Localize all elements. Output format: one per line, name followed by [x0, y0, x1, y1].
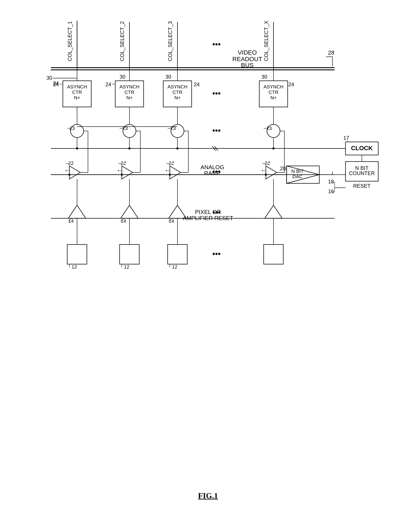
figure-label: FIG.1 [198, 491, 218, 500]
video-readout-bus-label: VIDEO [238, 49, 257, 56]
svg-point-56 [265, 173, 267, 176]
n-bit-dac-line2: DAC [293, 174, 303, 179]
asynch-ctr-3-line2: CTR [172, 89, 182, 95]
asynch-ctr-3-line1: ASYNCH [167, 84, 188, 89]
dots-3: ••• [212, 126, 221, 135]
n-bit-dac-line1: N BIT [291, 169, 303, 174]
col-select-2-label: COL_SELECT_2 [119, 21, 125, 61]
ref-30-3: 30 [165, 74, 171, 80]
plus-minus-x: +− [262, 169, 266, 173]
ref-30-1-pre: 30 [47, 75, 52, 81]
dots-6: ••• [212, 249, 221, 258]
ref-12-1: 12 [72, 264, 77, 270]
svg-marker-42 [266, 166, 277, 179]
asynch-ctr-2-line2: CTR [124, 89, 134, 95]
plus-minus-1: +− [65, 169, 70, 173]
asynch-ctr-2-line1: ASYNCH [119, 84, 140, 89]
ref-18: 18 [328, 179, 334, 184]
ref-28: 28 [328, 49, 334, 56]
svg-point-52 [121, 173, 123, 176]
ref-12-3: 12 [172, 264, 177, 270]
asynch-ctr-3-line3: N+ [174, 95, 181, 100]
dots-1: ••• [212, 40, 221, 49]
ref-20: 20 [280, 165, 286, 171]
svg-rect-79 [120, 245, 139, 264]
plus-minus-3: +− [165, 169, 170, 173]
asynch-ctr-1-line3: N+ [74, 95, 80, 100]
ref-22-3: 22 [169, 161, 174, 166]
svg-rect-81 [264, 245, 283, 264]
ref-24-3: 24 [194, 81, 200, 87]
ref-30-x: 30 [262, 74, 267, 80]
video-readout-bus-label3: BUS [241, 62, 254, 68]
clock-label: CLOCK [351, 145, 373, 152]
analog-ramp-label: ANALOG [201, 164, 224, 171]
analog-ramp-label2: RAMP [204, 170, 220, 176]
asynch-ctr-2-line3: N+ [126, 95, 133, 100]
dots-5: ••• [212, 208, 221, 217]
ref-22-1: 22 [68, 161, 74, 166]
asynch-ctr-x-line2: CTR [268, 89, 278, 95]
col-select-3-label: COL_SELECT_3 [167, 21, 173, 61]
svg-rect-78 [67, 245, 87, 264]
video-readout-bus-label2: READOUT [232, 56, 262, 62]
reset-label: RESET [353, 183, 371, 189]
svg-rect-80 [168, 245, 187, 264]
svg-point-50 [68, 173, 70, 176]
dots-2: ••• [212, 89, 221, 98]
ref-22-x: 22 [265, 161, 270, 166]
svg-marker-41 [170, 166, 181, 179]
col-select-x-label: COL_SELECT_X [263, 21, 269, 61]
svg-marker-70 [121, 205, 138, 218]
asynch-ctr-x-line3: N+ [270, 95, 277, 100]
n-bit-counter-line1: N BIT [355, 165, 369, 171]
diagram-container: VIDEO READOUT BUS 28 COL_SELECT_1 COL_SE… [33, 9, 383, 489]
col-select-1-label: COL_SELECT_1 [67, 21, 73, 61]
asynch-ctr-1-line2: CTR [72, 89, 82, 95]
circuit-diagram: VIDEO READOUT BUS 28 COL_SELECT_1 COL_SE… [33, 9, 383, 489]
ref-12-2: 12 [124, 264, 129, 270]
asynch-ctr-1-line1: ASYNCH [67, 84, 87, 89]
svg-marker-72 [265, 205, 282, 218]
asynch-ctr-x-line1: ASYNCH [264, 84, 284, 89]
ref-24-2: 24 [105, 81, 111, 87]
svg-point-54 [169, 173, 171, 176]
ref-22-2: 22 [121, 161, 126, 166]
plus-minus-2: +− [117, 169, 122, 173]
ref-17: 17 [343, 135, 349, 141]
ref-24-x: 24 [288, 81, 294, 87]
svg-marker-40 [122, 166, 133, 179]
ref-24-main: 24 [53, 80, 59, 86]
page: VIDEO READOUT BUS 28 COL_SELECT_1 COL_SE… [0, 0, 416, 532]
ref-30-2: 30 [120, 74, 125, 80]
ref-16: 16 [328, 188, 334, 194]
svg-marker-69 [68, 205, 86, 218]
svg-marker-39 [69, 166, 80, 179]
n-bit-counter-line2: COUNTER [349, 170, 375, 176]
